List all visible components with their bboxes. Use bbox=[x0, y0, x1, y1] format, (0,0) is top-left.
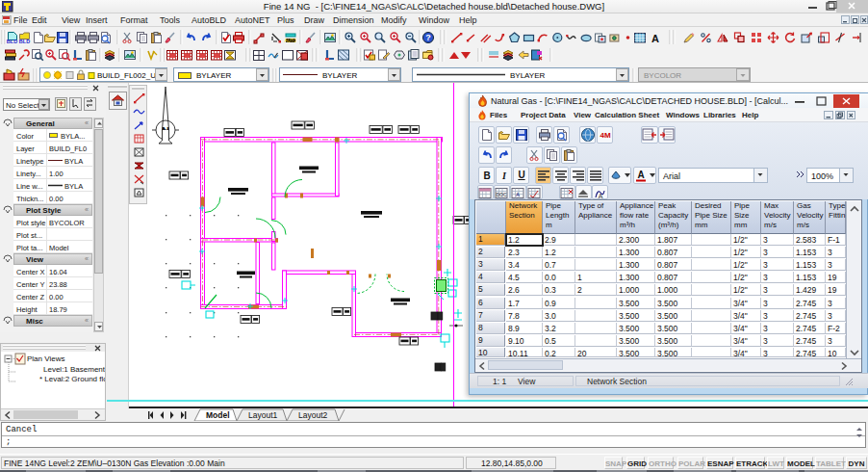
svg-text:A: A bbox=[599, 193, 603, 199]
svg-text:4M: 4M bbox=[600, 131, 610, 140]
svg-text:A: A bbox=[516, 192, 520, 197]
svg-text:Layout1: Layout1 bbox=[248, 410, 278, 420]
svg-text:Model: Model bbox=[206, 410, 230, 420]
svg-text:Layout2: Layout2 bbox=[298, 410, 328, 420]
svg-text:DOC: DOC bbox=[496, 192, 507, 197]
svg-text:A: A bbox=[637, 170, 644, 180]
svg-text:U: U bbox=[518, 170, 524, 180]
svg-text:B: B bbox=[483, 170, 490, 181]
svg-text:I: I bbox=[501, 170, 507, 181]
